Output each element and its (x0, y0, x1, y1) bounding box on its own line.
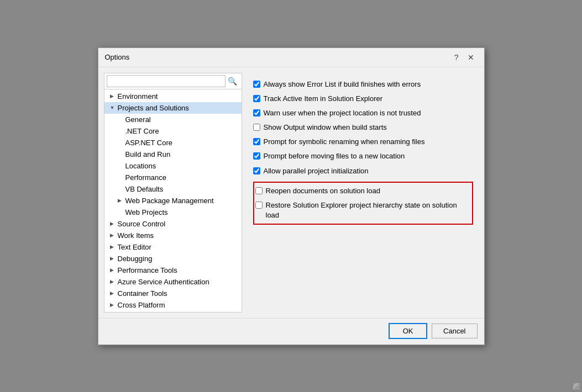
dialog-title: Options (105, 53, 130, 61)
option-row-warn-user-project-location: Warn user when the project location is n… (252, 106, 474, 120)
tree-label-web-package-management: Web Package Management (125, 197, 214, 205)
arrow-performance-tools (110, 267, 116, 273)
arrow-text-editor (110, 244, 116, 250)
checkbox-prompt-symbolic-renaming[interactable] (253, 138, 260, 145)
tree-label-web-projects: Web Projects (125, 208, 168, 216)
checkbox-allow-parallel[interactable] (253, 167, 260, 174)
right-panel: Always show Error List if build finishes… (248, 73, 479, 312)
option-row-allow-parallel: Allow parallel project initialization (252, 164, 474, 178)
option-label-show-output-window: Show Output window when build starts (264, 123, 387, 133)
tree-item-container-tools[interactable]: Container Tools (104, 288, 242, 299)
ok-button[interactable]: OK (389, 323, 427, 339)
arrow-environment (110, 93, 116, 99)
checkbox-warn-user-project-location[interactable] (253, 109, 260, 116)
tree-label-text-editor: Text Editor (118, 243, 151, 251)
tree-item-web-projects[interactable]: Web Projects (104, 206, 242, 218)
tree-item-asp-net-core[interactable]: ASP.NET Core (104, 137, 242, 149)
tree-label-build-and-run: Build and Run (125, 150, 171, 158)
option-row-always-show-error-list: Always show Error List if build finishes… (252, 77, 474, 92)
checkbox-always-show-error-list[interactable] (253, 81, 260, 88)
tree-item-debugging[interactable]: Debugging (104, 253, 242, 264)
tree-label-net-core: .NET Core (125, 127, 159, 135)
arrow-cross-platform (110, 302, 116, 308)
tree-item-source-control[interactable]: Source Control (104, 218, 242, 230)
checkbox-reopen-documents[interactable] (255, 187, 263, 194)
dialog-footer: OK Cancel (98, 318, 484, 345)
tree-item-text-editor[interactable]: Text Editor (104, 241, 242, 253)
tree-label-cross-platform: Cross Platform (118, 301, 165, 309)
tree-label-asp-net-core: ASP.NET Core (125, 139, 173, 147)
option-label-warn-user-project-location: Warn user when the project location is n… (264, 108, 421, 118)
arrow-container-tools (110, 290, 116, 296)
tree-label-vb-defaults: VB Defaults (125, 185, 164, 193)
checkbox-restore-solution-explorer[interactable] (255, 202, 263, 209)
option-label-prompt-before-moving: Prompt before moving files to a new loca… (264, 151, 405, 161)
arrow-work-items (110, 232, 116, 238)
option-row-track-active-item: Track Active Item in Solution Explorer (252, 92, 474, 106)
option-row-prompt-before-moving: Prompt before moving files to a new loca… (252, 149, 474, 163)
tree-label-performance-tools: Performance Tools (118, 266, 177, 274)
option-row-reopen-documents: Reopen documents on solution load (254, 184, 472, 198)
tree-label-container-tools: Container Tools (118, 289, 167, 298)
tree-item-build-and-run[interactable]: Build and Run (104, 149, 242, 160)
option-label-restore-solution-explorer: Restore Solution Explorer project hierar… (266, 200, 471, 220)
tree-label-source-control: Source Control (118, 220, 166, 228)
tree-label-locations: Locations (125, 162, 156, 170)
tree-item-cross-platform[interactable]: Cross Platform (104, 299, 242, 311)
tree-item-azure-service-auth[interactable]: Azure Service Authentication (104, 276, 242, 288)
option-label-track-active-item: Track Active Item in Solution Explorer (264, 94, 383, 104)
options-list: Always show Error List if build finishes… (248, 75, 479, 310)
tree-label-work-items: Work Items (118, 231, 154, 240)
arrow-debugging (110, 256, 116, 261)
help-button[interactable]: ? (451, 52, 462, 62)
option-label-always-show-error-list: Always show Error List if build finishes… (264, 80, 421, 89)
tree: EnvironmentProjects and SolutionsGeneral… (104, 89, 242, 312)
dialog-body: 🔍 EnvironmentProjects and SolutionsGener… (98, 67, 484, 318)
arrow-projects-and-solutions (110, 105, 116, 110)
option-row-show-output-window: Show Output window when build starts (252, 120, 474, 135)
tree-item-vb-defaults[interactable]: VB Defaults (104, 183, 242, 195)
search-icon-button[interactable]: 🔍 (226, 76, 239, 87)
checkbox-show-output-window[interactable] (253, 124, 260, 131)
tree-item-projects-and-solutions[interactable]: Projects and Solutions (104, 102, 242, 114)
options-dialog: Options ? ✕ 🔍 EnvironmentProjects and So… (98, 47, 485, 345)
option-row-prompt-symbolic-renaming: Prompt for symbolic renaming when renami… (252, 135, 474, 149)
tree-label-debugging: Debugging (118, 255, 153, 263)
resize-grip (573, 383, 580, 390)
arrow-source-control (110, 221, 116, 226)
tree-item-performance[interactable]: Performance (104, 172, 242, 183)
cancel-button[interactable]: Cancel (432, 324, 477, 338)
tree-label-azure-service-auth: Azure Service Authentication (118, 278, 209, 286)
tree-item-general[interactable]: General (104, 114, 242, 125)
tree-item-work-items[interactable]: Work Items (104, 230, 242, 241)
tree-label-environment: Environment (118, 92, 158, 100)
title-bar-controls: ? ✕ (451, 52, 478, 62)
highlighted-section: Reopen documents on solution loadRestore… (253, 182, 473, 225)
option-label-prompt-symbolic-renaming: Prompt for symbolic renaming when renami… (264, 137, 425, 147)
tree-label-general: General (125, 115, 151, 124)
arrow-azure-service-auth (110, 279, 116, 284)
tree-label-projects-and-solutions: Projects and Solutions (118, 104, 189, 112)
arrow-web-package-management (118, 198, 123, 203)
tree-label-performance: Performance (125, 173, 166, 182)
checkbox-prompt-before-moving[interactable] (253, 152, 260, 160)
search-bar: 🔍 (104, 73, 242, 89)
option-row-restore-solution-explorer: Restore Solution Explorer project hierar… (254, 198, 472, 223)
tree-item-web-package-management[interactable]: Web Package Management (104, 195, 242, 206)
tree-item-locations[interactable]: Locations (104, 160, 242, 172)
title-bar: Options ? ✕ (98, 48, 484, 67)
option-label-reopen-documents: Reopen documents on solution load (266, 186, 380, 196)
option-label-allow-parallel: Allow parallel project initialization (264, 166, 369, 176)
search-input[interactable] (107, 75, 226, 87)
tree-item-environment[interactable]: Environment (104, 91, 242, 102)
tree-item-net-core[interactable]: .NET Core (104, 125, 242, 137)
close-button[interactable]: ✕ (464, 52, 478, 62)
left-panel: 🔍 EnvironmentProjects and SolutionsGener… (104, 73, 242, 312)
tree-item-performance-tools[interactable]: Performance Tools (104, 264, 242, 276)
checkbox-track-active-item[interactable] (253, 95, 260, 102)
